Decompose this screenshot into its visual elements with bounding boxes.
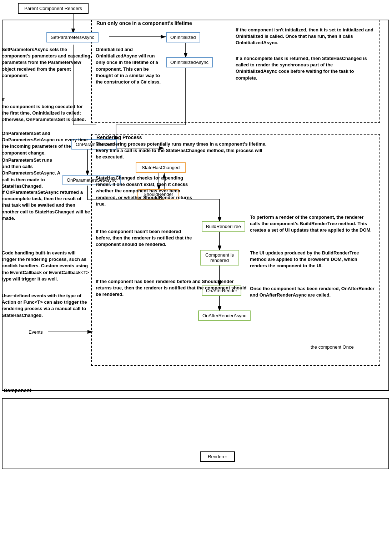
on-initialized-label: OnInitialized <box>170 35 196 40</box>
state-has-changed-label: StateHasChanged <box>142 165 180 170</box>
build-render-tree-label: BuildRenderTree <box>206 224 241 229</box>
after-render-desc: Once the component has been rendered, On… <box>250 285 375 298</box>
the-component-once: the component Once <box>311 344 383 350</box>
diagram-wrapper: Parent Component Renders Run only once i… <box>0 0 392 551</box>
built-in-events-desc: Code handling built-in events will trigg… <box>2 250 90 282</box>
component-label: Component <box>4 388 31 393</box>
renderer-section: The rendering of the component is handle… <box>2 398 389 469</box>
renderer-label: Renderer <box>208 454 227 459</box>
set-parameters-async-box: SetParametersAsync <box>46 32 99 42</box>
on-params-set-async-desc: If OnParametersSetAsync returned a nonco… <box>2 189 90 222</box>
on-params-set-desc: OnParametersSet and OnParametersSetAsync… <box>2 130 90 156</box>
first-time-desc: the component is being executed for the … <box>2 103 90 123</box>
on-initialized-desc: OnInitialized and OnInitializedAsync wil… <box>96 46 162 85</box>
set-parameters-async-label: SetParametersAsync <box>51 35 94 40</box>
on-after-render-async-box: OnAfterRenderAsync <box>198 310 251 321</box>
user-defined-events-desc: User-defined events with the type of Act… <box>2 293 90 319</box>
rendering-process-label: Rendering Process <box>96 135 142 140</box>
parent-component-box: Parent Component Renders <box>18 3 89 14</box>
component-rendered-label: Component is rendered <box>205 252 234 263</box>
ui-updates-desc: The UI updates produced by the BuildRend… <box>250 250 375 269</box>
rendering-process-desc: The rendering process potentially runs m… <box>96 141 267 161</box>
events-diamond-container: Events <box>21 319 49 348</box>
on-initialized-box: OnInitialized <box>166 32 200 42</box>
events-label: Events <box>29 329 43 335</box>
on-initialized-async-label: OnInitializedAsync <box>170 60 208 65</box>
rendered-before-desc: If the component has been rendered befor… <box>96 278 249 298</box>
on-initialized-async-box: OnInitializedAsync <box>166 57 213 67</box>
parent-component-label: Parent Component Renders <box>24 6 82 11</box>
run-once-label: Run only once in a component's lifetime <box>96 20 192 26</box>
set-params-desc: SetParametersAsync sets the component's … <box>2 46 90 79</box>
if-component-being-prefix: If <box>2 96 90 103</box>
on-params-set-calls: OnParametersSet runs and then calls OnPa… <box>2 157 61 189</box>
component-rendered-box: Component is rendered <box>200 250 239 266</box>
state-checks-desc: StateHasChanged checks for a pending ren… <box>96 175 197 207</box>
on-after-render-async-label: OnAfterRenderAsync <box>202 313 246 318</box>
build-render-tree-desc: To perform a render of the component, th… <box>250 214 375 234</box>
renderer-box: Renderer <box>200 451 235 462</box>
state-has-changed-box: StateHasChanged <box>136 162 186 173</box>
if-not-initialized-desc: If the component isn't initialized, then… <box>236 27 375 46</box>
noncomplete-task-desc: If a noncomplete task is returned, then … <box>236 55 375 81</box>
build-render-tree-box: BuildRenderTree <box>202 221 245 232</box>
not-rendered-before-desc: If the component hasn't been rendered be… <box>96 228 197 248</box>
